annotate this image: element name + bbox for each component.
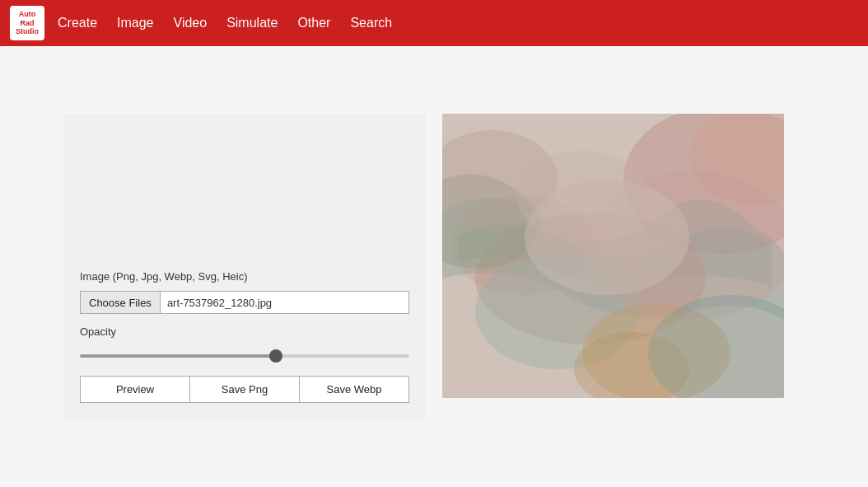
save-png-button[interactable]: Save Png bbox=[190, 377, 300, 402]
preview-area bbox=[442, 114, 784, 398]
choose-files-button[interactable]: Choose Files bbox=[81, 292, 161, 313]
svg-rect-14 bbox=[442, 114, 784, 398]
file-type-label: Image (Png, Jpg, Webp, Svg, Heic) bbox=[80, 270, 409, 283]
nav-create[interactable]: Create bbox=[58, 16, 97, 30]
top-spacer bbox=[80, 130, 409, 262]
main-nav: Create Image Video Simulate Other Search bbox=[58, 16, 392, 30]
nav-image[interactable]: Image bbox=[117, 16, 153, 30]
action-buttons-group: Preview Save Png Save Webp bbox=[80, 376, 409, 403]
opacity-label: Opacity bbox=[80, 325, 409, 338]
preview-image bbox=[442, 114, 784, 398]
controls-panel: Image (Png, Jpg, Webp, Svg, Heic) Choose… bbox=[63, 114, 426, 419]
nav-video[interactable]: Video bbox=[174, 16, 208, 30]
preview-button[interactable]: Preview bbox=[81, 377, 190, 402]
opacity-slider[interactable] bbox=[80, 354, 409, 358]
main-content: Image (Png, Jpg, Webp, Svg, Heic) Choose… bbox=[0, 46, 868, 487]
app-logo: AutoRadStudio bbox=[10, 6, 44, 40]
file-name-display: art-7537962_1280.jpg bbox=[161, 297, 408, 309]
nav-search[interactable]: Search bbox=[350, 16, 392, 30]
app-header: AutoRadStudio Create Image Video Simulat… bbox=[0, 0, 868, 46]
content-panel: Image (Png, Jpg, Webp, Svg, Heic) Choose… bbox=[63, 114, 805, 419]
file-input-row: Choose Files art-7537962_1280.jpg bbox=[80, 291, 409, 314]
nav-other[interactable]: Other bbox=[297, 16, 330, 30]
nav-simulate[interactable]: Simulate bbox=[226, 16, 278, 30]
opacity-slider-container bbox=[80, 346, 409, 361]
save-webp-button[interactable]: Save Webp bbox=[300, 377, 408, 402]
